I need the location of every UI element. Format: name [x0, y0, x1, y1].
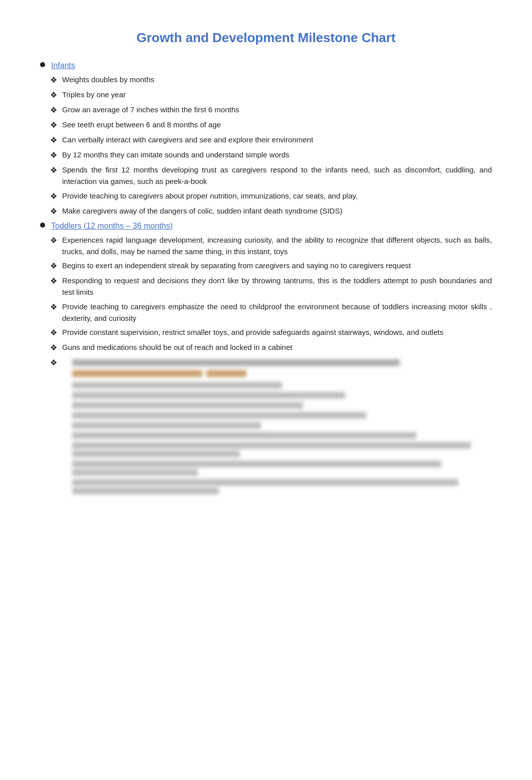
main-list: Infants ❖ Weights doubles by months ❖ Tr…	[40, 60, 492, 498]
content-area: Infants ❖ Weights doubles by months ❖ Tr…	[40, 60, 492, 498]
list-item: ❖ Provide teaching to caregivers about p…	[40, 190, 492, 203]
list-item: ❖ Experiences rapid language development…	[40, 234, 492, 258]
item-text: Can verbally interact with caregivers an…	[62, 134, 492, 145]
list-item: ❖ See teeth erupt between 6 and 8 months…	[40, 119, 492, 131]
diamond-icon: ❖	[50, 301, 57, 313]
item-text: Provide constant supervision, restrict s…	[62, 326, 492, 338]
list-item: ❖ Responding to request and decisions th…	[40, 275, 492, 298]
diamond-icon: ❖	[50, 206, 57, 218]
diamond-icon: ❖	[50, 190, 57, 203]
diamond-icon: ❖	[50, 119, 57, 131]
empty-diamond-item: ❖	[40, 356, 492, 498]
item-text: Triples by one year	[62, 89, 492, 100]
blurred-section	[62, 359, 492, 494]
diamond-icon: ❖	[50, 104, 57, 116]
page-title: Growth and Development Milestone Chart	[40, 30, 492, 46]
blurred-intro-text	[62, 356, 492, 498]
item-text: Responding to request and decisions they…	[62, 275, 492, 298]
section-header-toddlers: Toddlers (12 months – 36 months)	[40, 220, 492, 232]
item-text: Grow an average of 7 inches within the f…	[62, 104, 492, 115]
list-item: ❖ Make caregivers away of the dangers of…	[40, 205, 492, 218]
diamond-icon: ❖	[50, 164, 57, 176]
section-header-infants: Infants	[40, 60, 492, 72]
diamond-icon: ❖	[50, 357, 57, 369]
item-text: By 12 months they can imitate sounds and…	[62, 149, 492, 160]
list-item: ❖ Spends the first 12 months developing …	[40, 164, 492, 187]
diamond-icon: ❖	[50, 260, 57, 272]
item-text: Provide teaching to caregivers emphasize…	[62, 301, 492, 324]
diamond-icon: ❖	[50, 74, 57, 86]
list-item: ❖ By 12 months they can imitate sounds a…	[40, 149, 492, 161]
diamond-icon: ❖	[50, 342, 57, 354]
list-item: ❖ Guns and medications should be out of …	[40, 341, 492, 354]
list-item: ❖ Begins to exert an independent streak …	[40, 260, 492, 272]
bullet-dot-infants	[40, 62, 45, 67]
diamond-icon: ❖	[50, 235, 57, 247]
list-item: ❖ Provide teaching to caregivers emphasi…	[40, 301, 492, 324]
item-text: Experiences rapid language development, …	[62, 234, 492, 258]
bullet-dot-toddlers	[40, 223, 45, 228]
item-text: Make caregivers away of the dangers of c…	[62, 205, 492, 217]
item-text: Weights doubles by months	[62, 74, 492, 85]
item-text: Provide teaching to caregivers about pro…	[62, 190, 492, 202]
page-container: Growth and Development Milestone Chart I…	[40, 30, 492, 498]
list-item: ❖ Provide constant supervision, restrict…	[40, 326, 492, 339]
diamond-icon: ❖	[50, 149, 57, 161]
list-item: ❖ Can verbally interact with caregivers …	[40, 134, 492, 146]
section-label-toddlers: Toddlers (12 months – 36 months)	[51, 220, 173, 232]
item-text: Guns and medications should be out of re…	[62, 341, 492, 353]
diamond-icon: ❖	[50, 327, 57, 339]
list-item: ❖ Triples by one year	[40, 89, 492, 101]
section-label-infants: Infants	[51, 60, 75, 72]
diamond-icon: ❖	[50, 134, 57, 146]
item-text: See teeth erupt between 6 and 8 months o…	[62, 119, 492, 130]
list-item: ❖ Grow an average of 7 inches within the…	[40, 104, 492, 116]
diamond-icon: ❖	[50, 89, 57, 101]
item-text: Begins to exert an independent streak by…	[62, 260, 492, 271]
item-text: Spends the first 12 months developing tr…	[62, 164, 492, 187]
list-item: ❖ Weights doubles by months	[40, 74, 492, 86]
diamond-icon: ❖	[50, 275, 57, 287]
